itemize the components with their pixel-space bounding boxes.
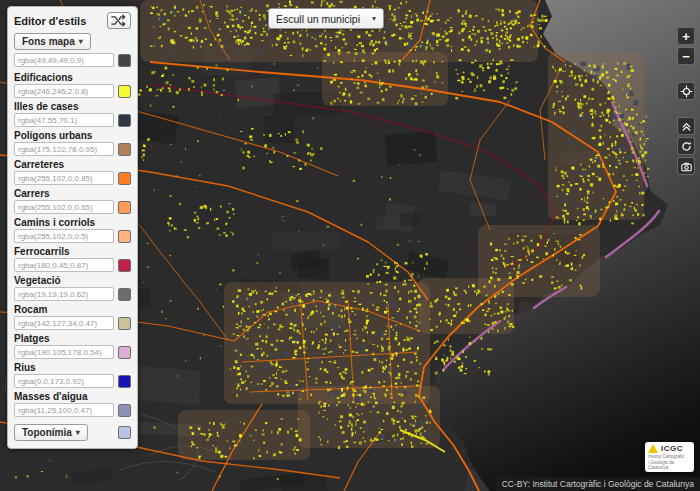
layer-swatch[interactable] [118,259,131,272]
panel-header: Editor d'estils [14,12,131,29]
shuffle-style-button[interactable] [107,12,131,29]
layer-swatch[interactable] [118,375,131,388]
layer-color-input[interactable] [14,287,114,301]
caret-down-icon: ▾ [79,37,83,46]
toponimia-dropdown[interactable]: Toponímia ▾ [14,424,88,441]
layer-color-input[interactable] [14,142,114,156]
fons-mapa-row [14,53,131,67]
screenshot-button[interactable] [677,157,695,175]
layer-color-input[interactable] [14,345,114,359]
camera-icon [680,160,693,173]
layer-swatch[interactable] [118,143,131,156]
layer-label: Ferrocarrils [14,246,131,257]
layer-label: Vegetació [14,275,131,286]
layer-color-input[interactable] [14,171,114,185]
map-editor-app: Editor d'estils Fons mapa ▾ [0,0,700,491]
layer-item: Carrers [14,188,131,214]
layer-item: Camins i corriols [14,217,131,243]
layer-label: Edificacions [14,72,131,83]
chevrons-up-icon [680,120,693,133]
panel-title: Editor d'estils [14,15,86,27]
zoom-out-button[interactable]: − [677,47,695,65]
layer-color-input[interactable] [14,229,114,243]
layer-color-input[interactable] [14,258,114,272]
layer-label: Rius [14,362,131,373]
icgc-logo-line1: Institut Cartogràfic [648,454,691,459]
fons-mapa-swatch[interactable] [118,54,131,67]
toponimia-swatch[interactable] [118,426,131,439]
layer-label: Carrers [14,188,131,199]
crosshair-icon [680,85,693,98]
layer-item: Illes de cases [14,101,131,127]
municipality-select[interactable]: Escull un municipi ▾ [268,8,384,29]
fons-mapa-dropdown-label: Fons mapa [22,36,75,47]
layer-swatch[interactable] [118,230,131,243]
map-controls: + − [677,27,695,175]
toponimia-dropdown-label: Toponímia [22,427,72,438]
layer-item: Carreteres [14,159,131,185]
layer-label: Rocam [14,304,131,315]
fons-mapa-color-input[interactable] [14,53,114,67]
layer-label: Camins i corriols [14,217,131,228]
caret-down-icon: ▾ [76,428,80,437]
layer-item: Rocam [14,304,131,330]
locate-button[interactable] [677,82,695,100]
layer-list: Edificacions Illes de cases Polígons urb… [14,69,131,417]
icgc-logo-line2: i Geològic de Catalunya [648,460,691,470]
toponimia-row: Toponímia ▾ [14,424,131,441]
layer-color-input[interactable] [14,200,114,214]
layer-swatch[interactable] [118,114,131,127]
layer-swatch[interactable] [118,288,131,301]
layer-item: Polígons urbans [14,130,131,156]
layer-color-input[interactable] [14,84,114,98]
rotate-button[interactable] [677,137,695,155]
layer-label: Illes de cases [14,101,131,112]
plus-icon: + [682,30,690,43]
shuffle-icon [111,14,127,27]
icgc-logo[interactable]: ICGC Institut Cartogràfic i Geològic de … [645,442,694,472]
layer-item: Masses d'aigua [14,391,131,417]
map-attribution: CC-BY: Institut Cartogràfic i Geològic d… [496,477,700,491]
layer-swatch[interactable] [118,404,131,417]
minus-icon: − [682,50,690,63]
fons-mapa-dropdown[interactable]: Fons mapa ▾ [14,33,91,50]
layer-color-input[interactable] [14,403,114,417]
layer-color-input[interactable] [14,113,114,127]
layer-item: Vegetació [14,275,131,301]
layer-color-input[interactable] [14,374,114,388]
layer-label: Carreteres [14,159,131,170]
layer-item: Rius [14,362,131,388]
rotate-icon [680,140,693,153]
tilt-button[interactable] [677,117,695,135]
municipality-select-label: Escull un municipi [276,13,360,25]
layer-item: Edificacions [14,72,131,98]
layer-swatch[interactable] [118,85,131,98]
layer-swatch[interactable] [118,346,131,359]
icgc-logo-mark-icon [648,444,658,453]
layer-label: Platges [14,333,131,344]
caret-down-icon: ▾ [372,14,376,23]
layer-item: Platges [14,333,131,359]
style-editor-panel: Editor d'estils Fons mapa ▾ [7,6,138,449]
layer-label: Polígons urbans [14,130,131,141]
icgc-logo-acronym: ICGC [661,444,683,453]
layer-swatch[interactable] [118,317,131,330]
layer-item: Ferrocarrils [14,246,131,272]
zoom-in-button[interactable]: + [677,27,695,45]
layer-label: Masses d'aigua [14,391,131,402]
layer-swatch[interactable] [118,201,131,214]
layer-color-input[interactable] [14,316,114,330]
layer-swatch[interactable] [118,172,131,185]
